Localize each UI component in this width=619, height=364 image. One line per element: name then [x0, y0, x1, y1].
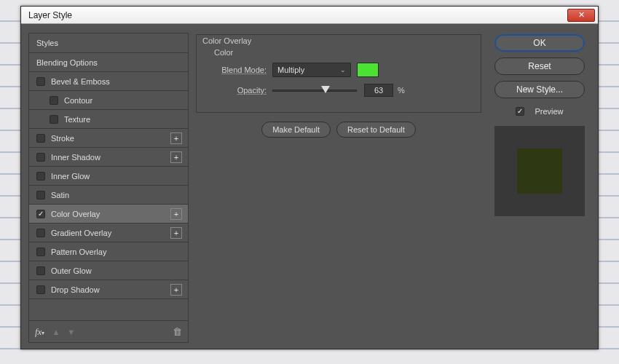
- checkbox-color-overlay[interactable]: [36, 210, 45, 218]
- dialog-body: Styles Blending Options Bevel & Emboss C…: [21, 24, 598, 349]
- add-color-overlay-icon[interactable]: +: [170, 208, 182, 220]
- close-icon: ✕: [578, 11, 585, 19]
- row-inner-shadow[interactable]: Inner Shadow +: [29, 148, 188, 167]
- label-color-overlay: Color Overlay: [51, 210, 100, 218]
- blend-mode-select[interactable]: Multiply ⌄: [272, 63, 351, 77]
- checkbox-texture[interactable]: [50, 115, 58, 124]
- label-drop-shadow: Drop Shadow: [51, 285, 100, 294]
- blend-mode-value: Multiply: [277, 66, 304, 74]
- row-gradient-overlay[interactable]: Gradient Overlay +: [29, 223, 188, 242]
- chevron-down-icon: ⌄: [340, 66, 346, 74]
- row-stroke[interactable]: Stroke +: [29, 129, 188, 148]
- label-contour: Contour: [64, 96, 92, 105]
- checkbox-inner-glow[interactable]: [36, 172, 45, 181]
- slider-track: [272, 90, 357, 92]
- checkbox-drop-shadow[interactable]: [36, 285, 45, 294]
- action-panel: OK Reset New Style... Preview: [489, 33, 591, 343]
- layer-style-dialog: Layer Style ✕ Styles Blending Options Be…: [20, 6, 599, 349]
- settings-panel: Color Overlay Color Blend Mode: Multiply…: [196, 33, 481, 343]
- label-outer-glow: Outer Glow: [51, 266, 92, 275]
- label-pattern-overlay: Pattern Overlay: [51, 248, 106, 256]
- move-down-icon[interactable]: ▼: [67, 328, 75, 336]
- label-inner-glow: Inner Glow: [51, 172, 90, 181]
- color-swatch[interactable]: [357, 63, 379, 77]
- row-bevel-emboss[interactable]: Bevel & Emboss: [29, 72, 188, 91]
- row-color-overlay[interactable]: Color Overlay +: [29, 205, 188, 223]
- styles-footer: fx▾ ▲ ▼ 🗑: [29, 320, 188, 342]
- checkbox-gradient-overlay[interactable]: [36, 229, 45, 237]
- opacity-slider[interactable]: [272, 83, 357, 98]
- close-button[interactable]: ✕: [567, 9, 595, 22]
- styles-panel: Styles Blending Options Bevel & Emboss C…: [28, 33, 189, 343]
- checkbox-pattern-overlay[interactable]: [36, 248, 45, 256]
- blend-mode-row: Blend Mode: Multiply ⌄: [204, 61, 473, 79]
- checkbox-bevel[interactable]: [36, 77, 45, 86]
- color-overlay-group: Color Overlay Color Blend Mode: Multiply…: [196, 34, 481, 113]
- add-stroke-icon[interactable]: +: [170, 132, 182, 144]
- row-satin[interactable]: Satin: [29, 186, 188, 205]
- row-texture[interactable]: Texture: [29, 110, 188, 129]
- styles-header[interactable]: Styles: [29, 33, 188, 53]
- trash-icon[interactable]: 🗑: [173, 326, 182, 337]
- window-title: Layer Style: [28, 10, 72, 20]
- checkbox-contour[interactable]: [50, 96, 58, 105]
- row-blending-options[interactable]: Blending Options: [29, 53, 188, 72]
- row-inner-glow[interactable]: Inner Glow: [29, 167, 188, 186]
- group-title: Color Overlay: [202, 36, 472, 45]
- checkbox-inner-shadow[interactable]: [36, 153, 45, 162]
- preview-swatch: [517, 149, 562, 194]
- label-satin: Satin: [51, 191, 69, 199]
- reset-button[interactable]: Reset: [494, 58, 585, 75]
- opacity-row: Opacity: 63 %: [204, 82, 473, 99]
- row-contour[interactable]: Contour: [29, 91, 188, 110]
- checkbox-preview[interactable]: [516, 107, 524, 116]
- reset-default-button[interactable]: Reset to Default: [336, 122, 416, 138]
- make-default-button[interactable]: Make Default: [261, 122, 331, 138]
- new-style-button[interactable]: New Style...: [494, 81, 585, 98]
- add-gradient-overlay-icon[interactable]: +: [170, 227, 182, 239]
- label-texture: Texture: [64, 115, 90, 124]
- fx-icon[interactable]: fx▾: [35, 326, 44, 338]
- add-inner-shadow-icon[interactable]: +: [170, 151, 182, 163]
- ok-button[interactable]: OK: [494, 34, 585, 52]
- checkbox-outer-glow[interactable]: [36, 266, 45, 275]
- percent-symbol: %: [398, 86, 405, 95]
- label-stroke: Stroke: [51, 134, 74, 143]
- slider-thumb[interactable]: [321, 86, 330, 93]
- opacity-input[interactable]: 63: [364, 84, 393, 97]
- label-bevel: Bevel & Emboss: [51, 77, 110, 86]
- preview-toggle[interactable]: Preview: [516, 107, 563, 116]
- label-blending-options: Blending Options: [36, 58, 98, 67]
- opacity-label: Opacity:: [204, 86, 272, 95]
- checkbox-stroke[interactable]: [36, 134, 45, 143]
- titlebar[interactable]: Layer Style ✕: [21, 7, 598, 24]
- row-outer-glow[interactable]: Outer Glow: [29, 261, 188, 280]
- checkbox-satin[interactable]: [36, 191, 45, 199]
- row-pattern-overlay[interactable]: Pattern Overlay: [29, 242, 188, 261]
- label-gradient-overlay: Gradient Overlay: [51, 229, 111, 237]
- row-drop-shadow[interactable]: Drop Shadow +: [29, 280, 188, 299]
- blend-mode-label: Blend Mode:: [204, 66, 272, 74]
- default-buttons: Make Default Reset to Default: [196, 122, 481, 138]
- label-inner-shadow: Inner Shadow: [51, 153, 100, 162]
- move-up-icon[interactable]: ▲: [52, 328, 60, 336]
- color-subhead: Color: [214, 48, 473, 57]
- preview-box: [494, 126, 585, 216]
- preview-label: Preview: [535, 107, 563, 116]
- add-drop-shadow-icon[interactable]: +: [170, 284, 182, 296]
